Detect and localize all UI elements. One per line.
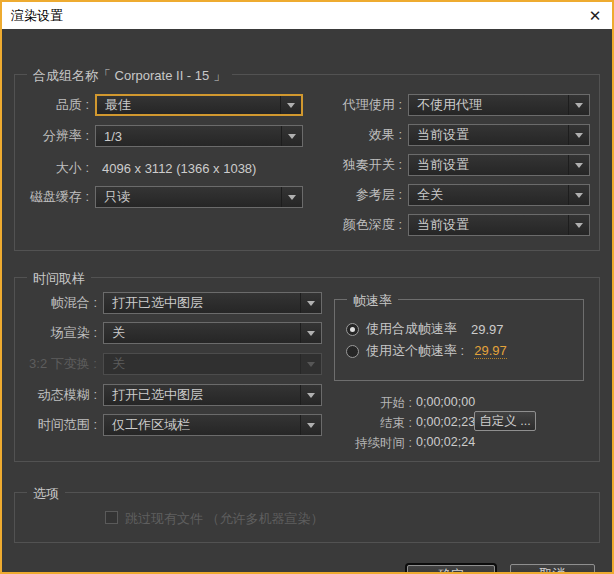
solo-switches-label: 独奏开关 : <box>302 154 402 176</box>
time-span-dropdown[interactable]: 仅工作区域栏 <box>103 414 322 436</box>
chevron-down-icon <box>281 187 302 207</box>
effects-label: 效果 : <box>302 124 402 146</box>
chevron-down-icon <box>300 385 321 405</box>
guide-layers-dropdown[interactable]: 全关 <box>408 184 590 206</box>
start-value: 0;00;00;00 <box>416 395 475 409</box>
chevron-down-icon <box>300 415 321 435</box>
effects-dropdown[interactable]: 当前设置 <box>408 124 590 146</box>
size-value: 4096 x 3112 (1366 x 1038) <box>102 161 256 176</box>
close-icon[interactable]: ✕ <box>584 5 606 26</box>
frame-blending-dropdown[interactable]: 打开已选中图层 <box>103 292 322 314</box>
radio-selected-icon <box>346 323 359 336</box>
use-comp-frame-rate-radio[interactable]: 使用合成帧速率 29.97 <box>346 321 504 337</box>
skip-existing-label: 跳过现有文件 （允许多机器宣染） <box>125 510 324 528</box>
duration-value: 0;00;02;24 <box>416 435 475 449</box>
color-depth-label: 颜色深度 : <box>302 214 402 236</box>
use-comp-frame-rate-value: 29.97 <box>471 322 504 337</box>
render-settings-dialog: 渲染设置 ✕ 合成组名称「 Corporate II - 15 」 品质 : 最… <box>0 0 614 574</box>
title-bar: 渲染设置 <box>2 2 612 29</box>
solo-switches-value: 当前设置 <box>409 156 568 174</box>
custom-button[interactable]: 自定义 ... <box>474 411 536 431</box>
frame-rate-group-box: 帧速率 <box>334 299 584 381</box>
resolution-label: 分辨率 : <box>8 125 89 147</box>
frame-rate-group-title: 帧速率 <box>347 292 398 310</box>
guide-layers-value: 全关 <box>409 186 568 204</box>
frame-blending-value: 打开已选中图层 <box>104 294 300 312</box>
solo-switches-dropdown[interactable]: 当前设置 <box>408 154 590 176</box>
start-time-row: 开始 : <box>332 395 412 411</box>
guide-layers-label: 参考层 : <box>302 184 402 206</box>
color-depth-value: 当前设置 <box>409 216 568 234</box>
proxy-value: 不使用代理 <box>409 96 568 114</box>
motion-blur-value: 打开已选中图层 <box>104 386 300 404</box>
composition-group-title: 合成组名称「 Corporate II - 15 」 <box>27 67 232 85</box>
chevron-down-icon <box>300 323 321 343</box>
dialog-body: 合成组名称「 Corporate II - 15 」 品质 : 最佳 分辨率 :… <box>2 29 612 572</box>
chevron-down-icon <box>281 126 302 146</box>
pulldown-value: 关 <box>104 355 300 373</box>
duration-time-row: 持续时间 : <box>332 435 412 451</box>
use-this-frame-rate-radio[interactable]: 使用这个帧速率 : 29.97 <box>346 343 507 359</box>
chevron-down-icon <box>568 215 589 235</box>
chevron-down-icon <box>280 96 301 114</box>
effects-value: 当前设置 <box>409 126 568 144</box>
size-label: 大小 : <box>8 157 89 179</box>
time-span-label: 时间范围 : <box>8 414 97 436</box>
end-time-row: 结束 : <box>332 415 412 431</box>
chevron-down-icon <box>300 293 321 313</box>
resolution-value: 1/3 <box>96 129 281 144</box>
proxy-dropdown[interactable]: 不使用代理 <box>408 94 590 116</box>
motion-blur-dropdown[interactable]: 打开已选中图层 <box>103 384 322 406</box>
ok-button[interactable]: 确定 <box>407 565 495 574</box>
disk-cache-value: 只读 <box>96 188 281 206</box>
chevron-down-icon <box>568 185 589 205</box>
use-comp-frame-rate-label: 使用合成帧速率 <box>366 320 457 338</box>
pulldown-label: 3:2 下变换 : <box>8 353 97 375</box>
skip-existing-checkbox <box>105 511 118 524</box>
quality-value: 最佳 <box>97 96 280 114</box>
motion-blur-label: 动态模糊 : <box>8 384 97 406</box>
resolution-dropdown[interactable]: 1/3 <box>95 125 303 147</box>
disk-cache-dropdown[interactable]: 只读 <box>95 186 303 208</box>
end-label: 结束 : <box>380 415 412 432</box>
disk-cache-label: 磁盘缓存 : <box>8 186 89 208</box>
chevron-down-icon <box>568 125 589 145</box>
proxy-label: 代理使用 : <box>302 94 402 116</box>
use-this-frame-rate-value[interactable]: 29.97 <box>474 343 507 359</box>
dialog-title: 渲染设置 <box>2 7 63 25</box>
field-render-value: 关 <box>104 324 300 342</box>
frame-blending-label: 帧混合 : <box>8 292 97 314</box>
color-depth-dropdown[interactable]: 当前设置 <box>408 214 590 236</box>
chevron-down-icon <box>568 155 589 175</box>
quality-label: 品质 : <box>8 94 89 116</box>
radio-unselected-icon <box>346 345 359 358</box>
pulldown-dropdown: 关 <box>103 353 322 375</box>
field-render-dropdown[interactable]: 关 <box>103 322 322 344</box>
time-span-value: 仅工作区域栏 <box>104 416 300 434</box>
time-sampling-group-title: 时间取样 <box>27 270 91 288</box>
quality-dropdown[interactable]: 最佳 <box>95 94 303 116</box>
end-value: 0;00;02;23 <box>416 415 475 429</box>
use-this-frame-rate-label: 使用这个帧速率 : <box>366 342 464 360</box>
cancel-button[interactable]: 取消 <box>510 564 595 574</box>
options-group-title: 选项 <box>27 485 65 503</box>
start-label: 开始 : <box>380 395 412 412</box>
chevron-down-icon <box>300 354 321 374</box>
duration-label: 持续时间 : <box>355 435 412 452</box>
chevron-down-icon <box>568 95 589 115</box>
field-render-label: 场宣染 : <box>8 322 97 344</box>
